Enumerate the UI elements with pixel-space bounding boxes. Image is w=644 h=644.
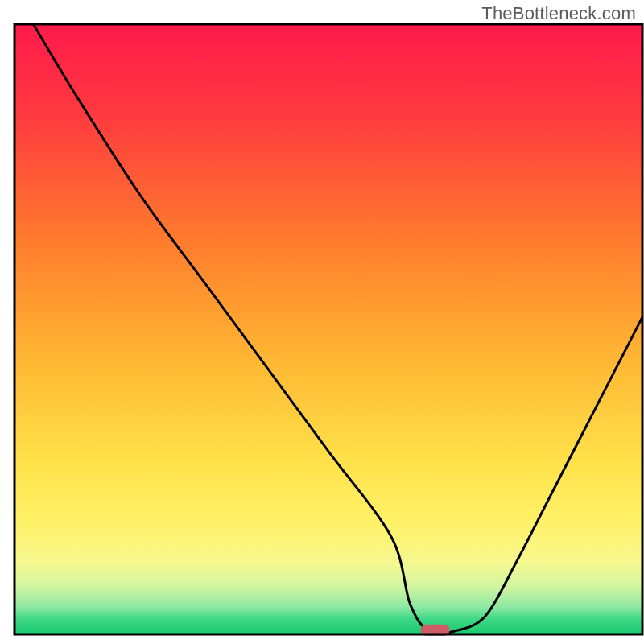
bottleneck-chart: TheBottleneck.com [0, 0, 644, 644]
gradient-background [14, 24, 642, 634]
chart-svg [0, 0, 644, 644]
plot-area [14, 24, 642, 636]
